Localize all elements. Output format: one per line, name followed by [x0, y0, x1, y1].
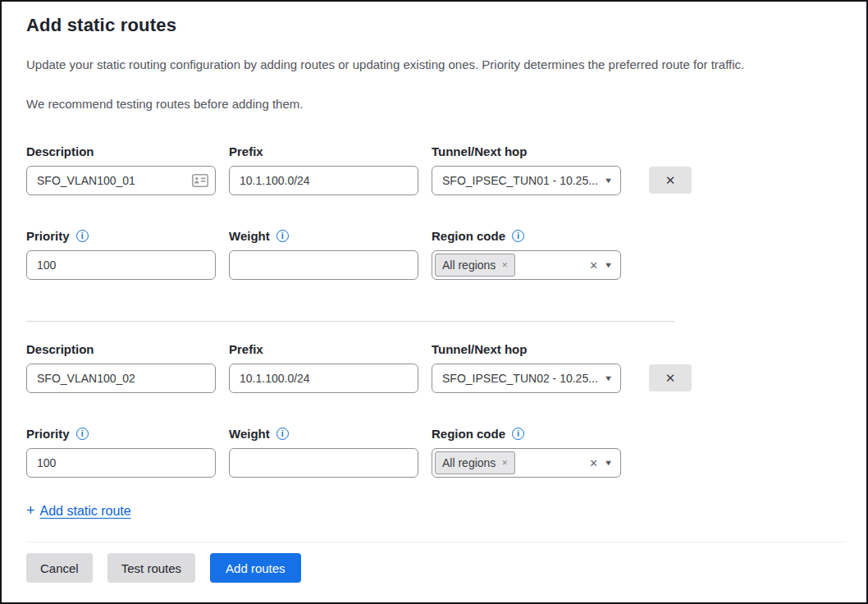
- region-select[interactable]: All regions ✕ ✕ ▼: [432, 250, 621, 280]
- tunnel-select[interactable]: SFO_IPSEC_TUN02 - 10.25... ▼: [432, 364, 621, 393]
- plus-icon: +: [26, 502, 35, 519]
- priority-label: Priority: [26, 426, 70, 442]
- intro-text: Update your static routing configuration…: [26, 56, 843, 73]
- description-input[interactable]: [26, 166, 216, 195]
- region-select[interactable]: All regions ✕ ✕ ▼: [432, 448, 621, 478]
- info-icon[interactable]: i: [76, 230, 89, 242]
- chevron-down-icon: ▼: [604, 261, 613, 269]
- priority-input[interactable]: [26, 250, 216, 280]
- region-code-label: Region code: [432, 426, 505, 442]
- chip-remove-icon[interactable]: ✕: [501, 459, 508, 467]
- region-chip-label: All regions: [442, 456, 496, 469]
- tunnel-selected-value: SFO_IPSEC_TUN01 - 10.25...: [442, 174, 598, 187]
- description-label: Description: [26, 144, 216, 159]
- add-routes-button[interactable]: Add routes: [210, 553, 301, 583]
- tunnel-select[interactable]: SFO_IPSEC_TUN01 - 10.25... ▼: [432, 166, 621, 195]
- info-icon[interactable]: i: [276, 230, 289, 242]
- test-routes-button[interactable]: Test routes: [107, 553, 195, 583]
- prefix-input[interactable]: [229, 364, 418, 393]
- dialog-footer: Cancel Test routes Add routes: [26, 542, 843, 602]
- info-icon[interactable]: i: [512, 230, 524, 242]
- tunnel-label: Tunnel/Next hop: [432, 341, 621, 357]
- tunnel-selected-value: SFO_IPSEC_TUN02 - 10.25...: [442, 372, 598, 385]
- clear-selection-icon[interactable]: ✕: [589, 457, 598, 469]
- clear-selection-icon[interactable]: ✕: [589, 259, 598, 272]
- weight-label: Weight: [229, 228, 270, 244]
- cancel-button[interactable]: Cancel: [26, 553, 93, 583]
- chevron-down-icon: ▼: [604, 374, 613, 382]
- route-entry: Description: [26, 144, 843, 280]
- tunnel-label: Tunnel/Next hop: [432, 144, 621, 159]
- remove-route-button[interactable]: ✕: [649, 364, 692, 391]
- weight-input[interactable]: [229, 250, 418, 280]
- page-title: Add static routes: [26, 13, 843, 38]
- region-chip: All regions ✕: [435, 254, 515, 277]
- region-code-label: Region code: [432, 228, 505, 244]
- add-static-route-link[interactable]: + Add static route: [26, 502, 131, 519]
- entry-divider: [26, 321, 674, 322]
- weight-label: Weight: [229, 426, 270, 442]
- recommendation-text: We recommend testing routes before addin…: [26, 95, 843, 112]
- priority-label: Priority: [26, 228, 70, 244]
- prefix-label: Prefix: [229, 144, 418, 159]
- route-entry: Description Prefix Tunnel/Next hop SFO_I…: [26, 341, 843, 478]
- weight-input[interactable]: [229, 448, 418, 478]
- description-label: Description: [26, 341, 216, 357]
- add-static-routes-dialog: Add static routes Update your static rou…: [0, 0, 868, 604]
- priority-input[interactable]: [26, 448, 216, 478]
- chevron-down-icon: ▼: [604, 176, 613, 185]
- chip-remove-icon[interactable]: ✕: [501, 261, 508, 269]
- info-icon[interactable]: i: [76, 428, 89, 440]
- description-input[interactable]: [26, 364, 216, 393]
- region-chip: All regions ✕: [435, 451, 515, 474]
- prefix-input[interactable]: [229, 166, 418, 195]
- remove-route-button[interactable]: ✕: [649, 167, 692, 194]
- region-chip-label: All regions: [442, 259, 496, 272]
- prefix-label: Prefix: [229, 341, 418, 357]
- info-icon[interactable]: i: [512, 428, 524, 440]
- add-static-route-label: Add static route: [40, 504, 131, 519]
- info-icon[interactable]: i: [276, 428, 289, 440]
- chevron-down-icon: ▼: [604, 459, 613, 467]
- contact-card-icon: [192, 174, 208, 187]
